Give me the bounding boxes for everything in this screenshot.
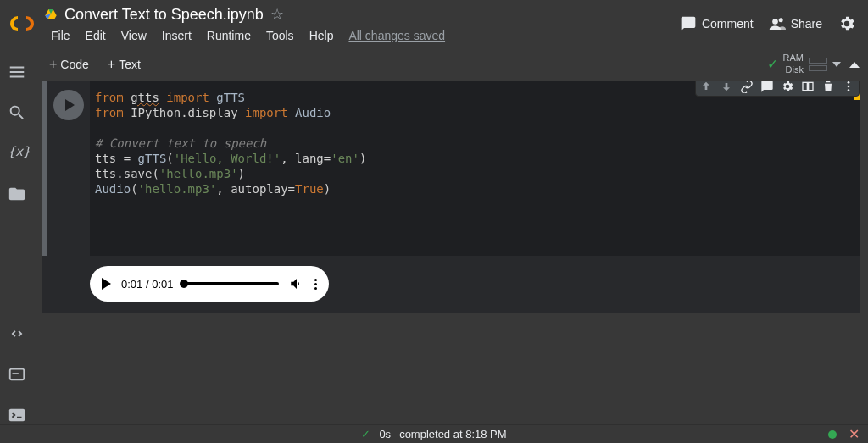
add-text-label: Text <box>119 58 141 71</box>
code-snippets-icon[interactable] <box>8 324 26 343</box>
share-button[interactable]: Share <box>769 15 822 32</box>
play-icon <box>65 99 75 111</box>
document-title[interactable]: Convert Text to Speech.ipynb <box>64 6 264 24</box>
drive-icon <box>44 8 58 21</box>
run-cell-button[interactable] <box>53 90 84 120</box>
comment-icon <box>680 15 697 32</box>
menubar: FileEditViewInsertRuntimeToolsHelpAll ch… <box>44 24 673 46</box>
collapse-toolbar-icon[interactable] <box>849 62 860 68</box>
connection-menu-caret[interactable] <box>832 62 841 67</box>
menu-file[interactable]: File <box>44 25 77 46</box>
comment-cell-icon[interactable] <box>760 81 774 93</box>
comment-button[interactable]: Comment <box>680 15 754 32</box>
link-icon[interactable] <box>740 81 754 93</box>
cell-output: 0:01 / 0:01 <box>42 256 860 313</box>
code-editor[interactable]: from gtts import gTTS from IPython.displ… <box>90 81 860 256</box>
svg-rect-9 <box>809 82 813 90</box>
audio-menu-icon[interactable] <box>314 279 317 290</box>
menu-view[interactable]: View <box>114 25 153 46</box>
comment-label: Comment <box>702 17 754 30</box>
command-palette-icon[interactable] <box>8 365 26 384</box>
svg-point-11 <box>848 86 850 88</box>
code-cell: from gtts import gTTS from IPython.displ… <box>42 81 860 313</box>
menu-insert[interactable]: Insert <box>155 25 198 46</box>
share-icon <box>769 15 786 32</box>
svg-rect-7 <box>9 409 25 422</box>
svg-rect-8 <box>803 82 807 90</box>
header: Convert Text to Speech.ipynb ☆ FileEditV… <box>0 0 868 47</box>
toc-icon[interactable] <box>8 63 26 81</box>
files-icon[interactable] <box>8 185 26 203</box>
left-sidebar: {x} <box>0 47 34 424</box>
check-icon: ✓ <box>767 56 778 73</box>
resource-bars <box>809 58 827 71</box>
audio-player[interactable]: 0:01 / 0:01 <box>90 266 329 302</box>
status-message: completed at 8:18 PM <box>399 428 506 440</box>
add-code-button[interactable]: +Code <box>42 54 96 75</box>
star-icon[interactable]: ☆ <box>270 5 284 24</box>
add-code-label: Code <box>60 58 88 71</box>
search-icon[interactable] <box>8 103 26 122</box>
kernel-status-dot[interactable] <box>828 430 837 439</box>
svg-point-10 <box>848 81 850 84</box>
volume-icon[interactable] <box>289 276 304 291</box>
svg-rect-6 <box>13 373 19 374</box>
connection-status[interactable]: ✓ RAM Disk <box>767 53 841 76</box>
status-close-icon[interactable]: ✕ <box>849 426 860 442</box>
cell-toolbar <box>695 81 860 97</box>
save-status[interactable]: All changes saved <box>342 25 452 46</box>
menu-help[interactable]: Help <box>303 25 341 46</box>
notebook-toolbar: +Code +Text ✓ RAM Disk <box>34 47 868 81</box>
audio-time: 0:01 / 0:01 <box>121 278 173 291</box>
disk-label: Disk <box>786 64 804 76</box>
svg-point-4 <box>778 18 782 22</box>
colab-logo[interactable] <box>7 8 37 39</box>
svg-point-12 <box>848 89 850 91</box>
more-icon[interactable] <box>842 81 855 93</box>
add-text-button[interactable]: +Text <box>101 54 147 75</box>
variables-icon[interactable]: {x} <box>8 144 26 163</box>
audio-seek-slider[interactable] <box>183 282 279 285</box>
mirror-icon[interactable] <box>801 81 815 93</box>
menu-runtime[interactable]: Runtime <box>200 25 258 46</box>
share-label: Share <box>791 17 822 30</box>
ram-label: RAM <box>783 53 804 64</box>
svg-point-3 <box>772 19 778 25</box>
menu-edit[interactable]: Edit <box>79 25 113 46</box>
cell-settings-icon[interactable] <box>781 81 794 93</box>
status-check-icon: ✓ <box>361 428 370 440</box>
audio-play-icon[interactable] <box>102 278 111 290</box>
status-duration: 0s <box>379 428 391 440</box>
move-down-icon[interactable] <box>720 81 733 93</box>
delete-icon[interactable] <box>821 81 835 93</box>
status-bar: ✓ 0s completed at 8:18 PM ✕ <box>0 424 868 443</box>
move-up-icon[interactable] <box>699 81 713 93</box>
terminal-icon[interactable] <box>8 406 26 424</box>
menu-tools[interactable]: Tools <box>259 25 301 46</box>
settings-icon[interactable] <box>837 14 856 33</box>
